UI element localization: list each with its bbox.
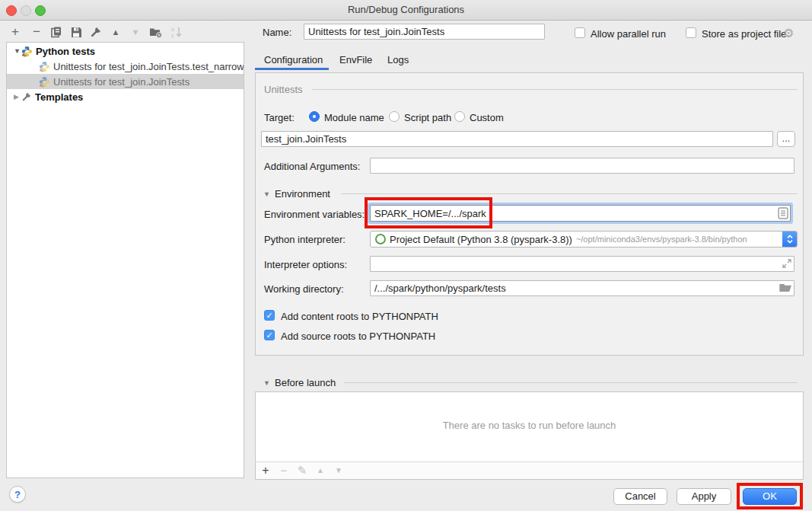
store-as-project-file-checkbox[interactable] — [686, 27, 696, 38]
tree-item-label: Python tests — [36, 46, 95, 57]
before-launch-separator — [344, 382, 798, 383]
before-launch-empty-message: There are no tasks to run before launch — [256, 420, 803, 431]
configurations-tree: ▼ Python tests Unittests for test_join.J… — [6, 42, 244, 478]
edit-task-icon: ✎ — [295, 462, 309, 479]
edit-env-vars-list-icon[interactable] — [778, 207, 788, 222]
python-test-icon — [39, 61, 50, 72]
window-title: Run/Debug Configurations — [0, 0, 812, 20]
radio-custom-label: Custom — [470, 112, 504, 123]
collapse-before-launch-icon[interactable]: ▼ — [263, 379, 270, 387]
add-configuration-icon[interactable]: + — [8, 24, 23, 40]
cancel-button[interactable]: Cancel — [613, 488, 667, 505]
radio-script-path[interactable] — [389, 111, 400, 122]
sort-alphabetically-icon: az — [169, 24, 184, 40]
environment-separator — [341, 193, 798, 194]
chevron-right-icon[interactable]: ▶ — [14, 93, 21, 101]
interpreter-options-input[interactable] — [370, 256, 794, 272]
chevron-down-icon[interactable]: ▼ — [14, 47, 21, 55]
move-down-icon: ▼ — [128, 24, 143, 40]
working-directory-label: Working directory: — [264, 283, 344, 295]
python-test-icon — [39, 76, 50, 88]
environment-variables-input[interactable] — [370, 205, 791, 222]
name-label: Name: — [263, 27, 291, 38]
tab-configuration[interactable]: Configuration — [264, 54, 323, 65]
interpreter-path: ~/opt/miniconda3/envs/pyspark-3.8/bin/py… — [576, 235, 782, 244]
python-tests-icon — [21, 46, 33, 57]
tree-item-label: Unittests for test_join.JoinTests.test_n… — [53, 61, 244, 72]
radio-script-path-label: Script path — [404, 112, 451, 123]
allow-parallel-run-label: Allow parallel run — [591, 28, 666, 40]
add-content-roots-label: Add content roots to PYTHONPATH — [281, 311, 438, 322]
browse-module-button[interactable]: ... — [777, 131, 795, 147]
tree-item-test-narrow[interactable]: Unittests for test_join.JoinTests.test_n… — [7, 59, 244, 74]
svg-text:z: z — [171, 33, 174, 38]
move-task-up-icon: ▲ — [314, 462, 327, 479]
expand-field-icon[interactable] — [782, 259, 791, 270]
before-launch-tasks-panel: There are no tasks to run before launch … — [255, 391, 804, 480]
ok-button[interactable]: OK — [743, 488, 797, 505]
add-source-roots-checkbox[interactable]: ✓ — [264, 330, 275, 340]
help-button[interactable]: ? — [9, 486, 26, 503]
group-separator — [312, 89, 798, 90]
radio-custom[interactable] — [454, 111, 465, 122]
add-content-roots-checkbox[interactable]: ✓ — [264, 310, 275, 321]
conda-env-icon — [375, 234, 386, 244]
environment-variables-label: Environment variables: — [264, 209, 365, 220]
additional-arguments-input[interactable] — [370, 158, 794, 174]
radio-module-name-label: Module name — [324, 112, 384, 123]
wrench-icon — [21, 91, 32, 102]
folder-icon[interactable] — [779, 283, 792, 295]
additional-arguments-label: Additional Arguments: — [264, 161, 360, 172]
tab-logs[interactable]: Logs — [387, 54, 409, 65]
gear-icon[interactable]: ⚙ — [783, 27, 794, 40]
move-up-icon[interactable]: ▲ — [108, 24, 123, 40]
title-bar: Run/Debug Configurations — [0, 0, 812, 21]
tab-envfile[interactable]: EnvFile — [339, 54, 372, 65]
interpreter-options-label: Interpreter options: — [264, 259, 347, 270]
unittests-group-label: Unittests — [264, 84, 303, 95]
python-interpreter-combobox[interactable]: Project Default (Python 3.8 (pyspark-3.8… — [370, 231, 798, 248]
working-directory-input[interactable] — [370, 280, 794, 296]
store-as-project-file-label: Store as project file — [702, 28, 786, 40]
save-configuration-icon[interactable] — [68, 24, 84, 40]
target-label: Target: — [264, 112, 295, 123]
name-input[interactable] — [304, 24, 545, 40]
environment-section-label: Environment — [275, 188, 330, 200]
combobox-arrows-icon[interactable] — [782, 231, 797, 248]
before-launch-label: Before launch — [275, 377, 336, 388]
edit-templates-icon[interactable] — [88, 24, 103, 40]
collapse-environment-icon[interactable]: ▼ — [263, 190, 270, 198]
remove-task-icon: − — [277, 462, 291, 479]
apply-button[interactable]: Apply — [677, 488, 731, 505]
tree-item-label: Unittests for test_join.JoinTests — [53, 76, 189, 88]
move-task-down-icon: ▼ — [332, 462, 345, 479]
new-folder-icon[interactable] — [148, 24, 163, 40]
tree-item-templates[interactable]: ▶ Templates — [7, 89, 244, 104]
tree-item-python-tests[interactable]: ▼ Python tests — [7, 43, 244, 59]
add-source-roots-label: Add source roots to PYTHONPATH — [281, 331, 435, 342]
add-task-icon[interactable]: + — [259, 462, 272, 479]
radio-module-name[interactable] — [309, 111, 320, 122]
tree-item-jointests-selected[interactable]: Unittests for test_join.JoinTests — [7, 74, 244, 89]
active-tab-underline — [255, 68, 329, 70]
copy-configuration-icon[interactable] — [49, 24, 64, 40]
remove-configuration-icon[interactable]: − — [29, 24, 44, 40]
run-debug-configurations-dialog: Run/Debug Configurations + − ▲ ▼ az ▼ Py… — [0, 0, 812, 511]
python-interpreter-label: Python interpreter: — [264, 234, 345, 245]
tree-item-label: Templates — [35, 91, 83, 103]
module-name-input[interactable] — [261, 131, 773, 147]
allow-parallel-run-checkbox[interactable] — [575, 27, 585, 38]
svg-text:a: a — [171, 27, 174, 32]
before-launch-toolbar: + − ✎ ▲ ▼ — [256, 461, 803, 479]
interpreter-value: Project Default (Python 3.8 (pyspark-3.8… — [390, 234, 572, 245]
